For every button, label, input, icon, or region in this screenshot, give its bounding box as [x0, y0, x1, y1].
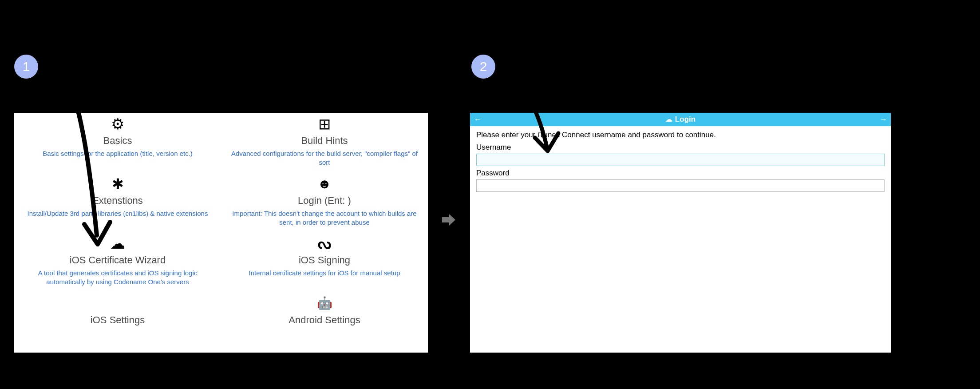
diagram-canvas: 1 2 ⚙ Basics Basic settings for the appl…	[0, 0, 980, 389]
tile-desc: A tool that generates certificates and i…	[24, 269, 211, 287]
tile-android-settings[interactable]: 🤖 Android Settings	[221, 292, 428, 331]
tile-ios-settings[interactable]: iOS Settings	[14, 292, 221, 331]
tile-extensions[interactable]: ✱ Extenstions Install/Update 3rd party l…	[14, 173, 221, 233]
tile-ios-signing[interactable]: ᔓ iOS Signing Internal certificate setti…	[221, 232, 428, 292]
tile-login[interactable]: ☻ Login (Ent: ) Important: This doesn't …	[221, 173, 428, 233]
tile-title: Login (Ent: )	[231, 195, 418, 206]
password-input[interactable]	[476, 179, 885, 192]
login-body: Please enter your iTunes Connect usernam…	[470, 126, 891, 195]
tile-title: iOS Certificate Wizard	[24, 254, 211, 266]
tile-title: Basics	[24, 135, 211, 147]
password-label: Password	[476, 169, 885, 178]
cloud-icon: ☁	[665, 113, 672, 126]
username-label: Username	[476, 143, 885, 152]
tile-desc: Advanced configurations for the build se…	[231, 149, 418, 167]
tile-ios-certificate-wizard[interactable]: ☁ iOS Certificate Wizard A tool that gen…	[14, 232, 221, 292]
tile-basics[interactable]: ⚙ Basics Basic settings for the applicat…	[14, 113, 221, 173]
connector-arrow-icon	[441, 213, 456, 226]
header-title-text: Login	[675, 113, 695, 126]
settings-grid: ⚙ Basics Basic settings for the applicat…	[14, 113, 428, 331]
forward-arrow-icon[interactable]: →	[879, 113, 887, 126]
login-header: ← ☁ Login →	[470, 113, 891, 126]
tile-desc: Install/Update 3rd party libraries (cn1l…	[24, 209, 211, 218]
cloud-icon: ☁	[24, 234, 211, 253]
tile-desc: Important: This doesn't change the accou…	[231, 209, 418, 227]
tile-title: Build Hints	[231, 135, 418, 147]
gear-icon: ⚙	[24, 115, 211, 133]
tile-title: iOS Signing	[231, 254, 418, 266]
apple-icon	[24, 294, 211, 313]
tile-title: iOS Settings	[24, 314, 211, 326]
grid-icon: ⊞	[231, 115, 418, 133]
header-title: ☁ Login	[470, 113, 891, 126]
username-input[interactable]	[476, 154, 885, 166]
step-badge-1: 1	[14, 55, 38, 79]
person-icon: ☻	[231, 175, 418, 193]
android-icon: 🤖	[231, 294, 418, 313]
back-arrow-icon[interactable]: ←	[474, 113, 482, 126]
extension-icon: ✱	[24, 175, 211, 193]
login-message: Please enter your iTunes Connect usernam…	[476, 131, 885, 139]
tile-build-hints[interactable]: ⊞ Build Hints Advanced configurations fo…	[221, 113, 428, 173]
step-badge-2: 2	[471, 55, 495, 79]
tile-desc: Internal certificate settings for iOS fo…	[231, 269, 418, 278]
panel-settings: ⚙ Basics Basic settings for the applicat…	[14, 113, 428, 353]
tile-title: Android Settings	[231, 314, 418, 326]
signature-icon: ᔓ	[231, 234, 418, 253]
tile-desc: Basic settings for the application (titl…	[24, 149, 211, 158]
panel-login: ← ☁ Login → Please enter your iTunes Con…	[470, 113, 891, 353]
tile-title: Extenstions	[24, 195, 211, 206]
